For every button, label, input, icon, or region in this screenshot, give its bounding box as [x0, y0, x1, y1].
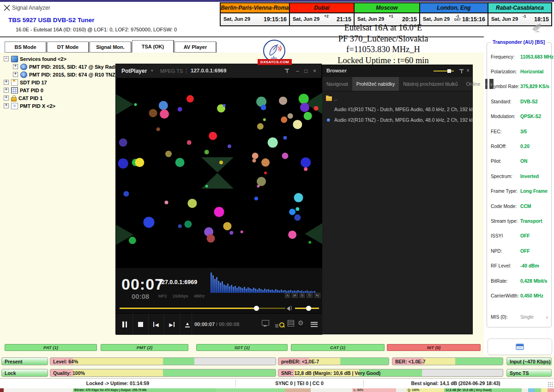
loop-icon[interactable]: ↻	[307, 293, 313, 298]
cast-icon[interactable]	[262, 320, 269, 326]
video-dot	[295, 207, 299, 211]
pin-icon[interactable]	[459, 69, 464, 73]
browser-tab-2[interactable]: Nástroj procházení titulků	[399, 77, 462, 91]
transponder-label: ISSYI	[491, 233, 520, 238]
spectrum-bar	[259, 288, 260, 293]
next-button[interactable]: ▶	[165, 314, 179, 335]
spectrum-bar	[211, 273, 212, 293]
close-icon[interactable]: ×	[466, 67, 470, 74]
transponder-value: 3/5	[520, 129, 527, 134]
expand-icon[interactable]: +	[4, 88, 9, 93]
ab-arrows-icon[interactable]: ⇄	[292, 293, 298, 298]
tab-av-player[interactable]: AV Player	[175, 42, 216, 53]
browser-tab-1[interactable]: Prohlížeč nabídky	[352, 77, 399, 91]
video-visualization	[116, 78, 322, 268]
expand-icon[interactable]: +	[4, 95, 9, 101]
ab-repeat-icons: A ⇄ B ↻ ⇆	[285, 293, 320, 298]
present-bar: Present	[1, 357, 48, 365]
speaker-icon[interactable]	[287, 306, 290, 311]
transponder-value: QPSK-S2	[520, 114, 541, 119]
mis-dropdown[interactable]: MIS (0):Single∨	[491, 310, 548, 325]
stop-button[interactable]	[133, 314, 147, 335]
potplayer-titlebar[interactable]: PotPlayer ▾ MPEG TS 127.0.0.1:6969 – □ ×	[116, 64, 321, 78]
pid-bar-sdt-1-: SDT (1)	[196, 344, 288, 351]
chevron-down-icon[interactable]: ▾	[151, 68, 153, 73]
video-dot	[144, 217, 155, 228]
video-dot	[293, 120, 302, 129]
strip-segment	[535, 388, 541, 392]
codec-info: MP2192kbps48khz	[158, 294, 211, 298]
video-area[interactable]	[116, 78, 322, 268]
browser-tab-next-icon[interactable]: ›	[485, 79, 488, 89]
expand-icon[interactable]: +	[4, 80, 9, 85]
previous-button[interactable]: ◀	[149, 314, 163, 335]
transponder-value: CCM	[520, 204, 531, 209]
volume-handle[interactable]	[306, 306, 311, 311]
row-label: Audio #1(R10 TNZ) - Dutch, MPEG Audio, 4…	[334, 104, 472, 115]
browser-titlebar[interactable]: Browser ×	[322, 65, 472, 77]
save-button[interactable]	[488, 339, 552, 355]
repeat-b-icon[interactable]: B	[300, 293, 305, 298]
maximize-icon[interactable]: □	[304, 68, 307, 74]
browser-tab-3[interactable]: Online	[462, 77, 484, 91]
transponder-row: Modulation:QPSK-S2	[491, 109, 548, 124]
pause-button[interactable]	[118, 314, 132, 335]
video-dot	[205, 185, 208, 188]
tuner-info: 16.0E - Eutelsat 16A (ID: 0160) @ LOF1: …	[16, 27, 177, 32]
potplayer-title[interactable]: PotPlayer	[121, 68, 147, 74]
search-icon[interactable]: ≣	[275, 321, 284, 329]
minimize-icon[interactable]: –	[296, 68, 299, 74]
browser-tab-more-icon[interactable]: ∨	[489, 79, 494, 89]
elapsed-time-large: 00:07	[121, 275, 164, 293]
close-icon[interactable]: ×	[313, 68, 316, 74]
pid-bar-pat-1-: PAT (1)	[5, 344, 97, 351]
video-dot	[288, 231, 296, 239]
tree-item[interactable]: +CAT PID 1	[4, 94, 114, 102]
seek-handle[interactable]	[254, 306, 259, 311]
browser-tab-0[interactable]: Navigovat	[322, 77, 352, 91]
codec-bitrate: 192kbps	[173, 294, 188, 298]
folder-up-row[interactable]: ..	[322, 94, 472, 104]
tab-signal-mon-[interactable]: Signal Mon.	[90, 42, 131, 53]
pmtx-icon: ≡	[11, 103, 18, 109]
gear-icon[interactable]: ⚙	[298, 319, 304, 327]
resize-grip[interactable]	[548, 382, 553, 387]
tree-item[interactable]: +PAT PID 0	[4, 86, 114, 94]
player-info-panel: 00:07 00:08 127.0.0.1:6969 MP2192kbps48k…	[116, 268, 322, 303]
snr-bar: SNR: 12,8 dB (Margin: 10,6 dB | Very Goo…	[278, 369, 503, 377]
expand-icon[interactable]: +	[13, 72, 18, 77]
expand-icon[interactable]: +	[4, 103, 9, 108]
repeat-a-icon[interactable]: A	[285, 293, 290, 298]
volume-bar[interactable]	[295, 308, 319, 309]
audio-track-row[interactable]: Audio #2(R10 TNZ) - Dutch, MPEG Audio, 4…	[322, 115, 472, 125]
menu-icon[interactable]	[311, 321, 318, 328]
tree-item[interactable]: −Services found <2>	[4, 55, 114, 63]
video-dot	[288, 113, 293, 119]
eject-button[interactable]: ▲	[181, 314, 194, 335]
tree-item[interactable]: +≡PMT PID X <2>	[4, 102, 114, 110]
tree-item[interactable]: +♪PMT PID: 2015, SID: 674 @ R10 TNZ (BP-…	[4, 71, 114, 78]
playlist-icon[interactable]	[288, 320, 294, 327]
strip-segment	[541, 388, 548, 392]
tab-dt-mode[interactable]: DT Mode	[47, 42, 89, 53]
tree-item[interactable]: +SDT PID 17	[4, 78, 114, 86]
transponder-value: -40 dBm	[520, 263, 539, 268]
collapse-icon[interactable]: −	[4, 56, 9, 61]
transponder-label: Code Mode:	[491, 204, 520, 209]
browser-slider[interactable]	[434, 71, 454, 71]
audio-track-row[interactable]: Audio #1(R10 TNZ) - Dutch, MPEG Audio, 4…	[322, 104, 472, 115]
transponder-row: RF Level:-40 dBm	[491, 258, 548, 273]
tab-tsa-ok-[interactable]: TSA (OK)	[132, 40, 174, 53]
shuffle-icon[interactable]: ⇆	[314, 293, 320, 298]
strip-segment	[285, 388, 311, 392]
seek-bar[interactable]	[120, 308, 285, 309]
browser-slider-handle[interactable]	[447, 69, 451, 73]
pin-icon[interactable]	[285, 69, 289, 73]
tab-bs-mode[interactable]: BS Mode	[5, 42, 46, 53]
video-dot	[308, 241, 311, 244]
transponder-label: NPD:	[491, 249, 520, 254]
expand-icon[interactable]: +	[13, 64, 18, 69]
cat-icon	[11, 97, 17, 101]
spectrum-bar	[220, 283, 221, 293]
tree-item[interactable]: +♪PMT PID: 2015, SID: 417 @ Sky Radio TN…	[4, 63, 114, 71]
